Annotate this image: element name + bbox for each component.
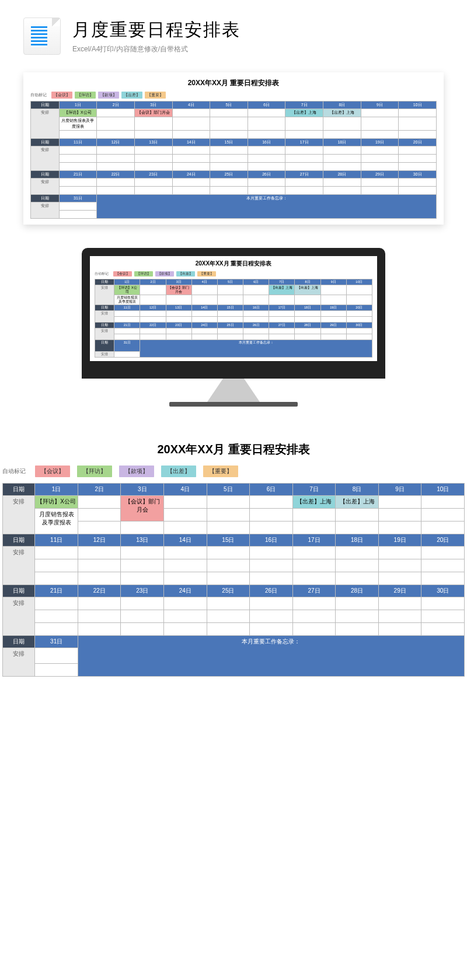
empty-cell bbox=[217, 311, 243, 317]
empty-cell bbox=[248, 163, 285, 171]
day-cell: 22日 bbox=[140, 323, 166, 328]
day-cell: 1日 bbox=[35, 484, 78, 496]
monitor-base bbox=[169, 402, 298, 407]
arrange-label: 安排 bbox=[31, 109, 60, 139]
empty-cell bbox=[292, 509, 336, 522]
empty-cell bbox=[207, 610, 250, 623]
day-cell: 14日 bbox=[191, 305, 217, 311]
entry-visit: 【拜访】X公司 bbox=[59, 109, 97, 117]
day-cell: 8日 bbox=[323, 102, 361, 109]
empty-cell bbox=[59, 131, 97, 139]
day-cell: 31日 bbox=[114, 340, 140, 352]
date-label: 日期 bbox=[3, 484, 35, 496]
empty-cell bbox=[191, 334, 217, 340]
empty-cell bbox=[399, 131, 437, 139]
empty-cell bbox=[59, 163, 97, 171]
empty-cell bbox=[292, 522, 336, 534]
empty-cell bbox=[210, 117, 248, 131]
legend-meeting: 【会议】 bbox=[113, 271, 132, 276]
empty-cell bbox=[378, 522, 421, 534]
day-cell: 10日 bbox=[421, 484, 465, 496]
empty-cell bbox=[285, 146, 323, 155]
legend-money: 【款项】 bbox=[119, 466, 154, 477]
empty-cell bbox=[269, 295, 295, 305]
day-cell: 4日 bbox=[164, 484, 207, 496]
day-cell: 31日 bbox=[35, 636, 78, 648]
day-cell: 8日 bbox=[295, 279, 320, 285]
day-cell: 12日 bbox=[97, 139, 135, 146]
content-row: 月度销售报表及季度报表 bbox=[3, 509, 465, 522]
empty-cell bbox=[399, 163, 437, 171]
day-cell: 6日 bbox=[243, 279, 269, 285]
empty-cell bbox=[121, 522, 164, 534]
empty-cell bbox=[121, 559, 164, 572]
empty-cell bbox=[250, 610, 293, 623]
empty-cell bbox=[207, 559, 250, 572]
empty-cell bbox=[114, 317, 140, 323]
empty-cell bbox=[78, 509, 121, 522]
empty-cell bbox=[134, 117, 172, 131]
monitor-mockup: 20XX年XX月 重要日程安排表 自动标记 【会议】 【拜访】 【款项】 【出差… bbox=[0, 248, 467, 407]
empty-cell bbox=[140, 317, 166, 323]
day-cell: 14日 bbox=[164, 534, 207, 547]
empty-cell bbox=[399, 109, 437, 117]
day-cell: 13日 bbox=[134, 139, 172, 146]
empty-cell bbox=[207, 547, 250, 559]
day-cell: 24日 bbox=[172, 171, 210, 178]
day-cell: 30日 bbox=[421, 585, 465, 597]
day-cell: 12日 bbox=[140, 305, 166, 311]
empty-cell bbox=[346, 285, 372, 295]
empty-cell bbox=[172, 109, 210, 117]
empty-cell bbox=[140, 328, 166, 334]
arrange-label: 安排 bbox=[31, 146, 60, 171]
day-cell: 12日 bbox=[78, 534, 121, 547]
day-cell: 4日 bbox=[172, 102, 210, 109]
content-row: 安排 bbox=[31, 178, 437, 187]
empty-cell bbox=[59, 178, 97, 187]
empty-cell bbox=[35, 572, 78, 585]
empty-cell bbox=[35, 664, 78, 677]
empty-cell bbox=[243, 317, 269, 323]
date-label: 日期 bbox=[31, 139, 60, 146]
empty-cell bbox=[207, 509, 250, 522]
legend-important: 【重要】 bbox=[203, 466, 238, 477]
empty-cell bbox=[285, 155, 323, 163]
empty-cell bbox=[78, 547, 121, 559]
day-cell: 27日 bbox=[292, 585, 336, 597]
day-cell: 31日 bbox=[59, 195, 97, 202]
empty-cell bbox=[323, 155, 361, 163]
empty-cell bbox=[78, 623, 121, 636]
empty-cell bbox=[378, 572, 421, 585]
empty-cell bbox=[421, 572, 465, 585]
legend-trip: 【出差】 bbox=[121, 92, 142, 99]
empty-cell bbox=[320, 328, 346, 334]
empty-cell bbox=[207, 496, 250, 509]
empty-cell bbox=[210, 146, 248, 155]
day-cell: 14日 bbox=[172, 139, 210, 146]
empty-cell bbox=[210, 155, 248, 163]
empty-cell bbox=[323, 187, 361, 195]
legend-important: 【重要】 bbox=[197, 271, 216, 276]
empty-cell bbox=[269, 317, 295, 323]
empty-cell bbox=[210, 131, 248, 139]
empty-cell bbox=[346, 295, 372, 305]
date-label: 日期 bbox=[3, 636, 35, 648]
legend-money: 【款项】 bbox=[155, 271, 174, 276]
date-label: 日期 bbox=[95, 305, 114, 311]
entry-visit: 【拜访】X公司 bbox=[114, 285, 140, 295]
empty-cell bbox=[421, 623, 465, 636]
day-cell: 21日 bbox=[114, 323, 140, 328]
empty-cell bbox=[361, 187, 399, 195]
day-cell: 30日 bbox=[346, 323, 372, 328]
empty-cell bbox=[361, 146, 399, 155]
entry-report: 月度销售报表及季度报表 bbox=[114, 295, 140, 305]
empty-cell bbox=[336, 559, 379, 572]
empty-cell bbox=[250, 597, 293, 610]
empty-cell bbox=[248, 155, 285, 163]
empty-cell bbox=[78, 572, 121, 585]
empty-cell bbox=[217, 285, 243, 295]
content-row: 安排 bbox=[3, 597, 465, 610]
day-cell: 5日 bbox=[210, 102, 248, 109]
empty-cell bbox=[97, 178, 135, 187]
schedule-title: 20XX年XX月 重要日程安排表 bbox=[30, 78, 437, 88]
